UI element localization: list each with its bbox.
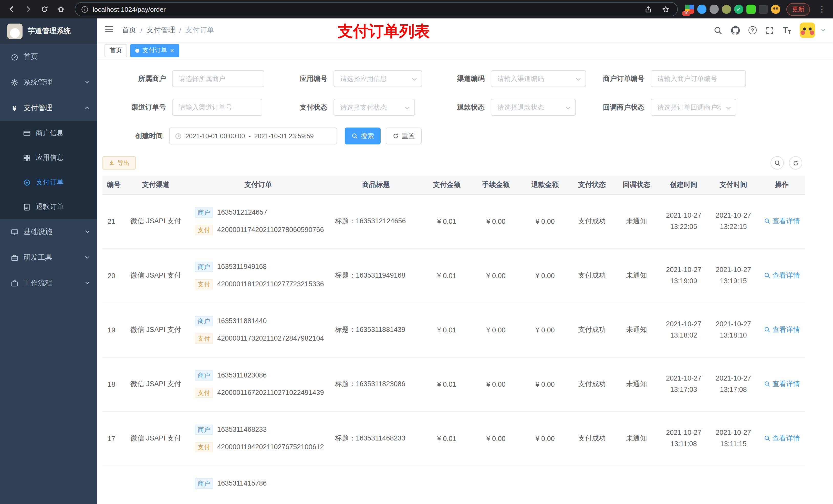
col-channel: 支付渠道 — [125, 176, 187, 194]
address-bar[interactable]: localhost:1024/pay/order — [75, 2, 678, 16]
sidebar-item-label: 支付订单 — [36, 178, 64, 187]
tab-pay-order[interactable]: 支付订单 × — [130, 44, 179, 57]
breadcrumb-home[interactable]: 首页 — [122, 26, 136, 35]
sidebar-item-label: 系统管理 — [24, 78, 52, 87]
sidebar-item-home[interactable]: 首页 — [0, 44, 97, 70]
pay-tag: 支付 — [195, 279, 213, 289]
reset-button[interactable]: 重置 — [386, 127, 422, 144]
extension-blue-icon[interactable] — [697, 5, 707, 14]
merchant-tag: 商户 — [195, 262, 213, 272]
breadcrumb-section[interactable]: 支付管理 — [146, 26, 175, 35]
url-text[interactable]: localhost:1024/pay/order — [93, 5, 166, 13]
toggle-search-button[interactable] — [770, 156, 784, 170]
app-no-select[interactable] — [334, 70, 422, 87]
refund-status-select[interactable] — [491, 99, 576, 116]
date-start-value: 2021-10-01 00:00:00 — [186, 133, 245, 140]
browser-chrome: localhost:1024/pay/order 10 ✓ 更新 ⋮ — [0, 0, 833, 19]
back-icon[interactable] — [5, 3, 19, 16]
col-pay-order: 支付订单 — [187, 176, 330, 194]
create-time-range-picker[interactable]: 2021-10-01 00:00:00 - 2021-10-31 23:59:5… — [169, 127, 337, 144]
browser-update-button[interactable]: 更新 — [786, 3, 810, 16]
user-avatar[interactable] — [800, 23, 815, 38]
tab-active-dot — [135, 48, 139, 52]
col-create-time: 创建时间 — [659, 176, 709, 194]
site-info-icon[interactable] — [80, 5, 89, 13]
fullscreen-icon[interactable] — [765, 26, 774, 34]
search-icon[interactable] — [714, 26, 722, 34]
extension-olive-icon[interactable] — [722, 5, 731, 14]
extension-colorful-icon[interactable]: 10 — [685, 5, 694, 14]
sidebar-item-infrastructure[interactable]: 基础设施 — [0, 219, 97, 245]
extension-badge: 10 — [682, 11, 690, 16]
pay-tag: 支付 — [195, 388, 213, 398]
forward-icon[interactable] — [22, 3, 35, 16]
extension-green-check-icon[interactable]: ✓ — [734, 5, 743, 14]
breadcrumb: 首页 / 支付管理 / 支付订单 — [122, 26, 214, 35]
owner-merchant-input[interactable] — [172, 70, 264, 87]
view-detail-link[interactable]: 查看详情 — [764, 380, 800, 389]
merchant-order-no-input[interactable] — [651, 70, 746, 87]
briefcase-icon — [10, 280, 19, 287]
home-icon[interactable] — [54, 3, 68, 16]
sidebar-item-label: 基础设施 — [24, 227, 52, 237]
extension-grey-icon[interactable] — [710, 5, 719, 14]
export-button[interactable]: 导出 — [102, 156, 136, 170]
pay-tag: 支付 — [195, 333, 213, 344]
logo-avatar — [7, 24, 23, 39]
chevron-up-icon — [85, 104, 90, 112]
sidebar-item-system[interactable]: 系统管理 — [0, 70, 97, 95]
notify-status-label: 回调商户状态 — [589, 103, 651, 112]
hamburger-icon[interactable] — [104, 25, 114, 36]
sidebar: 芋道管理系统 首页 系统管理 ¥ 支付管理 — [0, 19, 97, 504]
reload-icon[interactable] — [38, 3, 51, 16]
table-row: 20 微信 JSAPI 支付 商户1635311949168 支付4200001… — [102, 248, 805, 303]
view-detail-link[interactable]: 查看详情 — [764, 325, 800, 334]
col-notify-status: 回调状态 — [614, 176, 659, 194]
sidebar-item-label: 商户信息 — [36, 128, 64, 138]
share-icon[interactable] — [641, 3, 655, 16]
col-pay-amount: 支付金额 — [422, 176, 471, 194]
tab-home[interactable]: 首页 — [104, 44, 127, 57]
browser-menu-icon[interactable]: ⋮ — [816, 5, 828, 14]
grid-icon — [23, 154, 31, 162]
logo-title: 芋道管理系统 — [28, 27, 71, 36]
table-row: 18 微信 JSAPI 支付 商户1635311823086 支付4200001… — [102, 357, 805, 411]
pay-order-table: 编号 支付渠道 支付订单 商品标题 支付金额 手续金额 退款金额 支付状态 回调… — [102, 176, 805, 504]
sidebar-item-app-info[interactable]: 应用信息 — [0, 145, 97, 170]
refresh-button[interactable] — [789, 156, 802, 170]
channel-order-no-label: 渠道订单号 — [111, 103, 172, 112]
channel-code-select[interactable] — [491, 70, 586, 87]
view-detail-link[interactable]: 查看详情 — [764, 217, 800, 226]
sidebar-item-label: 支付管理 — [24, 103, 52, 113]
extension-dark-icon[interactable] — [759, 5, 768, 14]
date-separator: - — [248, 133, 251, 140]
sidebar-item-label: 研发工具 — [24, 253, 52, 262]
sidebar-item-refund-order[interactable]: 退款订单 — [0, 195, 97, 219]
sidebar-item-workflow[interactable]: 工作流程 — [0, 270, 97, 296]
help-icon[interactable]: ? — [748, 26, 757, 34]
sidebar-item-merchant-info[interactable]: 商户信息 — [0, 121, 97, 145]
search-button[interactable]: 搜索 — [345, 127, 381, 144]
github-icon[interactable] — [731, 26, 740, 34]
avatar-caret-icon[interactable] — [821, 26, 826, 35]
view-detail-link[interactable]: 查看详情 — [764, 271, 800, 280]
create-time-label: 创建时间 — [108, 131, 169, 141]
view-detail-link[interactable]: 查看详情 — [764, 434, 800, 443]
chevron-down-icon — [85, 78, 90, 87]
merchant-tag: 商户 — [195, 316, 213, 326]
bookmark-star-icon[interactable] — [659, 3, 672, 16]
font-size-icon[interactable]: TT — [783, 26, 791, 35]
notify-status-select[interactable] — [651, 99, 736, 116]
extension-face-icon[interactable] — [771, 5, 780, 14]
pay-status-label: 支付状态 — [272, 103, 334, 112]
sidebar-item-dev-tools[interactable]: 研发工具 — [0, 245, 97, 270]
tab-close-icon[interactable]: × — [170, 47, 174, 54]
channel-order-no-input[interactable] — [172, 99, 262, 116]
pay-status-select[interactable] — [334, 99, 415, 116]
pay-tag: 支付 — [195, 442, 213, 452]
sidebar-item-pay-order[interactable]: 支付订单 — [0, 170, 97, 195]
extension-green-chat-icon[interactable] — [746, 5, 756, 14]
sidebar-item-pay[interactable]: ¥ 支付管理 — [0, 95, 97, 121]
merchant-tag: 商户 — [195, 370, 213, 381]
merchant-tag: 商户 — [195, 208, 213, 218]
